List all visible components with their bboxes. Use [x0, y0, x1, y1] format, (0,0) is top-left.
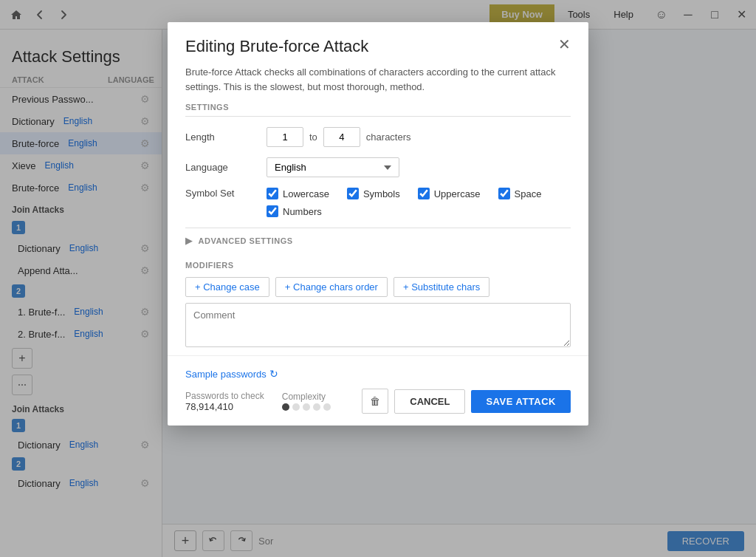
checkbox-symbols[interactable]: Symbols: [347, 188, 400, 199]
dialog-close-button[interactable]: ✕: [558, 37, 571, 52]
editing-dialog: Editing Brute-force Attack ✕ Brute-force…: [168, 22, 588, 426]
dot-4: [313, 403, 320, 411]
passwords-label: Passwords to check: [185, 391, 264, 401]
change-case-button[interactable]: + Change case: [185, 277, 269, 297]
modifiers-label: MODIFIERS: [185, 261, 571, 270]
language-row: Language English French German Spanish: [185, 157, 571, 177]
chevron-right-icon: ▶: [185, 236, 193, 246]
advanced-label: ADVANCED SETTINGS: [199, 236, 293, 245]
dialog-body: SETTINGS Length to characters Language E…: [168, 103, 588, 217]
numbers-checkbox[interactable]: [267, 205, 278, 217]
footer-stats: Passwords to check 78,914,410 Complexity: [185, 391, 348, 412]
dialog-footer: Sample passwords ↻ Passwords to check 78…: [168, 355, 588, 426]
modifiers-buttons: + Change case + Change chars order + Sub…: [185, 277, 571, 297]
checkbox-grid: Lowercase Symbols Uppercase Space: [267, 188, 541, 217]
checkbox-numbers[interactable]: Numbers: [267, 205, 329, 217]
trash-icon: 🗑: [370, 395, 380, 407]
checkbox-space[interactable]: Space: [498, 188, 542, 199]
settings-label: SETTINGS: [185, 103, 571, 117]
length-from-input[interactable]: [267, 127, 303, 147]
lowercase-checkbox[interactable]: [267, 188, 278, 199]
checkbox-uppercase[interactable]: Uppercase: [418, 188, 481, 199]
footer-actions: 🗑 CANCEL SAVE ATTACK: [362, 389, 571, 414]
advanced-section: ▶ ADVANCED SETTINGS: [185, 228, 571, 253]
dot-2: [292, 403, 300, 411]
complexity-label: Complexity: [282, 392, 331, 402]
modifiers-section: MODIFIERS + Change case + Change chars o…: [168, 253, 588, 303]
comment-area: [185, 303, 571, 349]
comment-textarea[interactable]: [185, 303, 571, 347]
length-unit: characters: [366, 131, 411, 143]
delete-button[interactable]: 🗑: [362, 389, 388, 414]
length-row: Length to characters: [185, 127, 571, 147]
passwords-value: 78,914,410: [185, 401, 264, 412]
dot-1: [282, 403, 289, 411]
length-label: Length: [185, 131, 267, 143]
dialog-header: Editing Brute-force Attack ✕: [168, 22, 588, 65]
passwords-stat: Passwords to check 78,914,410: [185, 391, 264, 412]
sample-passwords-button[interactable]: Sample passwords ↻: [185, 368, 278, 380]
dot-3: [303, 403, 310, 411]
advanced-toggle-button[interactable]: ▶ ADVANCED SETTINGS: [185, 236, 293, 246]
language-select[interactable]: English French German Spanish: [267, 157, 399, 177]
footer-row: Passwords to check 78,914,410 Complexity: [185, 389, 571, 414]
symbol-set-label: Symbol Set: [185, 188, 267, 199]
uppercase-checkbox[interactable]: [418, 188, 430, 199]
save-attack-button[interactable]: SAVE ATTACK: [471, 390, 571, 413]
cancel-button[interactable]: CANCEL: [394, 389, 465, 414]
length-to-input[interactable]: [323, 127, 360, 147]
dot-5: [323, 403, 331, 411]
space-checkbox[interactable]: [498, 188, 510, 199]
checkbox-lowercase[interactable]: Lowercase: [267, 188, 329, 199]
complexity-stat: Complexity: [282, 392, 331, 411]
symbol-set-row: Symbol Set Lowercase Symbols Uppercase: [185, 188, 571, 217]
dialog-overlay: Editing Brute-force Attack ✕ Brute-force…: [0, 0, 756, 557]
sample-passwords-label: Sample passwords: [185, 369, 267, 380]
symbols-checkbox[interactable]: [347, 188, 359, 199]
dialog-description: Brute-force Attack checks all combinatio…: [168, 65, 588, 103]
complexity-dots: [282, 403, 331, 411]
change-chars-order-button[interactable]: + Change chars order: [275, 277, 388, 297]
substitute-chars-button[interactable]: + Substitute chars: [394, 277, 489, 297]
language-label: Language: [185, 162, 267, 173]
refresh-icon: ↻: [269, 368, 278, 380]
dialog-title: Editing Brute-force Attack: [185, 37, 368, 56]
